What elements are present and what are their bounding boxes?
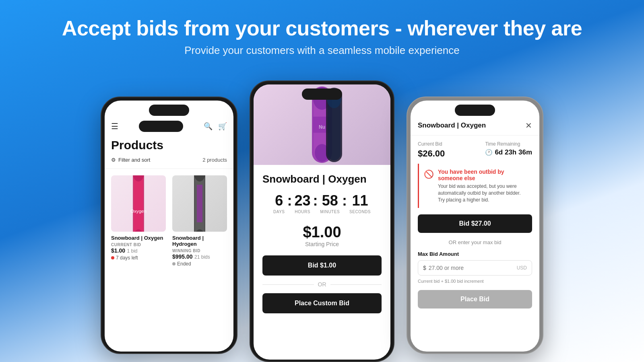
filter-label: Filter and sort (118, 157, 150, 163)
phones-container: ☰ 🔍 🛒 Products ⚙ Filter and sort 2 produ… (0, 72, 644, 362)
product-bid-count-2: 21 bids (194, 254, 210, 260)
countdown-minutes-num: 58 (322, 193, 338, 208)
status-dot-gray-2 (172, 262, 175, 265)
countdown-days-label: DAYS (273, 210, 285, 214)
left-content: ☰ 🔍 🛒 Products ⚙ Filter and sort 2 produ… (105, 101, 233, 273)
dynamic-island-right (455, 105, 495, 116)
svg-text:Oxygen: Oxygen (130, 208, 147, 214)
outbid-title: You have been outbid by someone else (438, 169, 527, 181)
phone-center: Nu Snowboard | Oxygen 6 DAYS : (250, 80, 394, 362)
countdown-hours-label: HOURS (295, 210, 310, 214)
product-price-row-1: $1.00 1 bid (111, 247, 166, 254)
max-bid-input-wrap[interactable]: $ USD (418, 260, 532, 276)
filter-row: ⚙ Filter and sort 2 products (105, 157, 233, 169)
starting-price-label: Starting Price (262, 241, 382, 247)
current-bid-label: Current Bid (418, 141, 445, 147)
topbar-icons: 🔍 🛒 (204, 122, 227, 131)
phone-center-screen: Nu Snowboard | Oxygen 6 DAYS : (254, 84, 390, 360)
product-card-2[interactable]: Snowboard | Hydrogen WINNING BID $995.00… (172, 175, 227, 267)
product-price-1: $1.00 (111, 247, 125, 254)
product-status-1: 7 days left (111, 255, 166, 261)
place-bid-button[interactable]: Place Bid (418, 290, 532, 309)
bid-amount-button[interactable]: Bid $27.00 (418, 214, 532, 233)
bid-increment-note: Current bid + $1.00 bid increment (418, 279, 532, 284)
countdown-seconds: 11 SECONDS (349, 193, 371, 214)
time-remaining-label: Time Remaining (485, 141, 532, 147)
center-content-body: Snowboard | Oxygen 6 DAYS : 23 HOURS : 5… (254, 165, 390, 321)
current-bid-value: $26.00 (418, 148, 445, 159)
dollar-sign: $ (423, 265, 426, 271)
max-bid-section: Max Bid Amount $ USD Current bid + $1.00… (411, 251, 539, 309)
modal-title: Snowboard | Oxygen (418, 121, 486, 130)
product-image-1: Oxygen (111, 175, 166, 232)
topbar-pill (139, 121, 183, 132)
max-bid-label: Max Bid Amount (418, 251, 532, 257)
time-remaining-value: 🕐 6d 23h 36m (485, 148, 532, 156)
usd-label: USD (517, 265, 527, 271)
countdown-hours-num: 23 (295, 193, 311, 208)
starting-price-amount: $1.00 (262, 224, 382, 241)
product-price-row-2: $995.00 21 bids (172, 253, 227, 260)
time-remaining-block: Time Remaining 🕐 6d 23h 36m (485, 141, 532, 159)
bid-button-center[interactable]: Bid $1.00 (262, 255, 382, 276)
cart-icon[interactable]: 🛒 (218, 122, 227, 131)
outbid-icon: 🚫 (424, 169, 434, 203)
sep2: : (313, 193, 318, 208)
products-grid: Oxygen Snowboard | Oxygen CURRENT BID $1… (105, 169, 233, 273)
product-image-2 (172, 175, 227, 232)
product-bid-label-2: WINNING BID (172, 249, 227, 253)
countdown-seconds-num: 11 (352, 193, 368, 208)
dynamic-island-center (302, 88, 342, 100)
outbid-content: You have been outbid by someone else You… (438, 169, 527, 203)
or-max-bid-text: OR enter your max bid (411, 239, 539, 245)
sep3: : (342, 193, 347, 208)
product-card-1[interactable]: Oxygen Snowboard | Oxygen CURRENT BID $1… (111, 175, 166, 267)
products-count: 2 products (202, 157, 227, 163)
max-bid-input[interactable] (429, 265, 514, 271)
header-section: Accept bids from your customers - wherev… (0, 0, 644, 65)
current-bid-block: Current Bid $26.00 (418, 141, 445, 159)
header-title: Accept bids from your customers - wherev… (8, 16, 636, 40)
phone-left: ☰ 🔍 🛒 Products ⚙ Filter and sort 2 produ… (101, 97, 237, 354)
svg-rect-7 (197, 185, 202, 222)
countdown-hours: 23 HOURS (295, 193, 311, 214)
snowboard-svg-2 (186, 175, 214, 232)
sep1: : (287, 193, 292, 208)
product-status-2: Ended (172, 261, 227, 267)
product-price-2: $995.00 (172, 253, 193, 260)
countdown-minutes-label: MINUTES (320, 210, 340, 214)
or-text-center: OR (318, 281, 326, 288)
product-bid-label-1: CURRENT BID (111, 243, 166, 247)
phone-left-screen: ☰ 🔍 🛒 Products ⚙ Filter and sort 2 produ… (105, 101, 233, 352)
phone-right-screen: Snowboard | Oxygen ✕ Current Bid $26.00 … (411, 101, 539, 352)
filter-button[interactable]: ⚙ Filter and sort (111, 157, 150, 163)
or-divider-center: OR (262, 281, 382, 288)
custom-bid-button[interactable]: Place Custom Bid (262, 293, 382, 313)
close-button[interactable]: ✕ (525, 121, 532, 130)
countdown-minutes: 58 MINUTES (320, 193, 340, 214)
phone-right: Snowboard | Oxygen ✕ Current Bid $26.00 … (407, 97, 543, 354)
hamburger-icon[interactable]: ☰ (111, 121, 118, 131)
product-bid-count-1: 1 bid (127, 248, 138, 254)
countdown-days: 6 DAYS (273, 193, 285, 214)
countdown-seconds-label: SECONDS (349, 210, 371, 214)
filter-icon: ⚙ (111, 157, 116, 163)
product-name-2: Snowboard | Hydrogen (172, 235, 227, 247)
bid-info-row: Current Bid $26.00 Time Remaining 🕐 6d 2… (411, 136, 539, 164)
outbid-alert: 🚫 You have been outbid by someone else Y… (418, 164, 532, 208)
svg-rect-1 (134, 175, 143, 232)
snowboard-svg-1: Oxygen (124, 175, 153, 232)
clock-icon: 🕐 (485, 149, 493, 156)
time-remaining-text: 6d 23h 36m (495, 148, 532, 156)
countdown-days-num: 6 (275, 193, 283, 208)
outbid-text: Your bid was accepted, but you were auto… (438, 183, 527, 203)
header-subtitle: Provide your customers with a seamless m… (8, 44, 636, 57)
product-status-text-1: 7 days left (116, 255, 138, 261)
countdown: 6 DAYS : 23 HOURS : 58 MINUTES : (262, 193, 382, 214)
product-status-text-2: Ended (177, 261, 191, 267)
status-dot-red-1 (111, 256, 114, 259)
center-product-title: Snowboard | Oxygen (262, 173, 382, 185)
search-icon[interactable]: 🔍 (204, 122, 213, 131)
dynamic-island-left (149, 105, 189, 116)
products-title: Products (105, 135, 233, 157)
